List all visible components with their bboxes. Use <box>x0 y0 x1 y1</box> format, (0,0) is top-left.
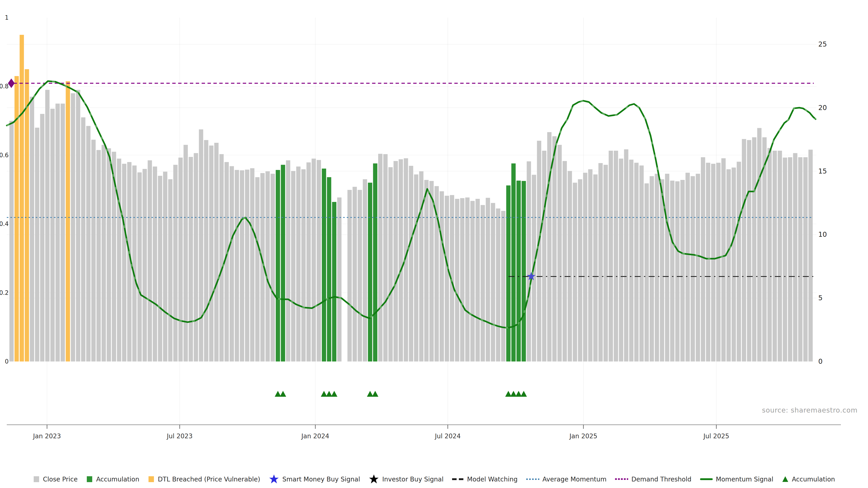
accumulation-triangle-icon <box>372 391 378 397</box>
accumulation-triangle-icon <box>326 391 332 397</box>
bar-close-price <box>424 180 429 361</box>
bar-close-price <box>45 90 50 361</box>
bar-accumulation <box>506 186 510 361</box>
bar-close-price <box>189 157 193 361</box>
bar-close-price <box>430 181 434 361</box>
bar-close-price <box>757 128 762 361</box>
bar-close-price <box>143 169 147 361</box>
bar-close-price <box>726 169 731 361</box>
bar-close-price <box>419 171 423 361</box>
bar-dtl-breached <box>25 69 29 361</box>
legend-item-accumulation-triangle[interactable]: Accumulation <box>782 476 835 483</box>
legend-label: Smart Money Buy Signal <box>282 476 360 483</box>
bar-close-price <box>808 150 813 361</box>
bar-close-price <box>168 179 173 361</box>
bar-close-price <box>163 172 167 361</box>
bar-close-price <box>148 160 152 361</box>
legend-item-investor-buy-signal[interactable]: Investor Buy Signal <box>369 474 443 484</box>
bar-accumulation <box>522 181 526 361</box>
left-axis-label: 0.8 <box>0 83 8 90</box>
bar-close-price <box>394 161 398 361</box>
accumulation-triangle-icon <box>521 391 527 397</box>
green-line-icon <box>700 478 713 481</box>
bar-close-price <box>194 153 198 361</box>
accumulation-triangle-icon <box>505 391 512 397</box>
bar-close-price <box>650 176 654 361</box>
bar-close-price <box>680 180 685 361</box>
bar-close-price <box>742 139 746 361</box>
legend-item-model-watching[interactable]: Model Watching <box>452 476 518 483</box>
right-axis-label: 15 <box>818 167 827 175</box>
legend-item-momentum-signal[interactable]: Momentum Signal <box>700 476 773 483</box>
bar-dtl-breached <box>20 35 24 361</box>
bar-close-price <box>614 151 618 361</box>
bar-close-price <box>383 154 388 361</box>
bar-close-price <box>445 196 449 361</box>
black-star-icon <box>369 474 379 484</box>
bar-close-price <box>470 201 475 361</box>
bar-close-price <box>593 174 598 361</box>
bar-close-price <box>301 169 306 361</box>
bar-close-price <box>291 171 296 361</box>
bar-close-price <box>778 151 782 361</box>
right-axis-label: 0 <box>818 357 823 365</box>
bar-close-price <box>773 151 777 361</box>
bar-close-price <box>132 165 136 361</box>
bar-close-price <box>440 191 444 361</box>
bar-close-price <box>352 187 357 361</box>
x-tick-label: Jan 2025 <box>569 432 597 440</box>
bar-close-price <box>347 190 352 361</box>
accumulation-swatch-icon <box>86 476 93 483</box>
accumulation-triangle-icon <box>367 391 373 397</box>
bar-close-price <box>122 164 126 361</box>
bar-close-price <box>40 114 44 361</box>
x-tick-label: Jul 2023 <box>166 432 193 440</box>
bar-close-price <box>665 174 669 361</box>
black-dashes-icon <box>452 478 464 481</box>
bar-close-price <box>158 176 162 361</box>
bar-close-price <box>117 159 121 361</box>
bar-close-price <box>803 157 808 361</box>
bar-close-price <box>250 168 254 361</box>
legend-label: Average Momentum <box>542 476 607 483</box>
bar-close-price <box>711 164 715 361</box>
bar-close-price <box>552 136 557 361</box>
bar-close-price <box>76 90 80 361</box>
bar-close-price <box>583 173 587 361</box>
green-triangle-icon <box>782 476 789 483</box>
legend-item-accumulation-bar[interactable]: Accumulation <box>86 476 139 483</box>
x-tick-label: Jan 2023 <box>33 432 61 440</box>
bar-close-price <box>465 197 469 361</box>
blue-dotted-line-icon <box>526 478 539 481</box>
left-axis-label: 0 <box>5 358 8 365</box>
bar-close-price <box>71 93 75 361</box>
bar-close-price <box>501 211 505 361</box>
legend-item-average-momentum[interactable]: Average Momentum <box>526 476 607 483</box>
bar-close-price <box>563 161 567 361</box>
close-price-swatch-icon <box>33 476 40 483</box>
bar-close-price <box>690 176 695 361</box>
legend-label: Momentum Signal <box>716 476 773 483</box>
bar-close-price <box>230 166 234 361</box>
legend-label: Model Watching <box>467 476 518 483</box>
bar-accumulation <box>327 177 331 361</box>
bar-close-price <box>578 179 582 361</box>
bar-close-price <box>55 104 60 362</box>
bar-close-price <box>629 160 633 361</box>
bar-close-price <box>255 177 259 361</box>
bar-close-price <box>460 198 465 361</box>
bar-close-price <box>634 163 639 361</box>
bar-close-price <box>701 157 705 361</box>
left-axis-label: 1 <box>5 14 8 21</box>
legend-item-demand-threshold[interactable]: Demand Threshold <box>615 476 691 483</box>
legend-item-dtl-breached[interactable]: DTL Breached (Price Vulnerable) <box>148 476 260 483</box>
bar-close-price <box>716 163 721 361</box>
bar-close-price <box>670 181 675 361</box>
legend-item-close-price[interactable]: Close Price <box>33 476 78 483</box>
bar-close-price <box>209 145 213 361</box>
legend-item-smart-money-buy-signal[interactable]: Smart Money Buy Signal <box>269 474 360 484</box>
bar-close-price <box>675 181 680 361</box>
bar-close-price <box>317 160 321 361</box>
bar-close-price <box>199 129 203 361</box>
bar-close-price <box>793 153 797 361</box>
